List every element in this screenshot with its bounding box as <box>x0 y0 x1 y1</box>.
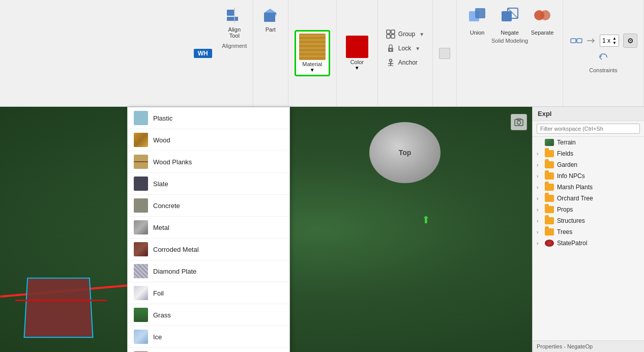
diamond-plate-name: Diamond Plate <box>153 268 196 275</box>
svg-rect-23 <box>577 39 582 43</box>
color-section: Color ▼ <box>337 0 378 106</box>
explorer-item-garden[interactable]: › Garden <box>533 159 644 170</box>
explorer-item-orchard-tree[interactable]: › Orchard Tree <box>533 193 644 204</box>
constraints-section: 1 x ▲ ▼ ⚙ Constraints <box>563 0 644 106</box>
material-button[interactable]: Material ▼ <box>295 30 330 76</box>
anchor-button[interactable]: Anchor <box>384 57 426 68</box>
material-item-concrete[interactable]: Concrete <box>128 195 289 217</box>
part-label: Part <box>266 26 276 33</box>
toolbar-right: WH <box>190 0 216 106</box>
svg-rect-22 <box>571 39 576 43</box>
material-item-grass[interactable]: Grass <box>128 304 289 326</box>
svg-marker-5 <box>275 13 276 17</box>
trees-label: Trees <box>557 228 572 236</box>
part-button[interactable]: Part <box>257 3 284 35</box>
multiplier-up[interactable]: ▲ <box>612 36 617 41</box>
lock-icon <box>386 44 395 53</box>
explorer-filter-input[interactable] <box>537 124 640 134</box>
union-button[interactable]: Union <box>465 3 489 36</box>
wh-badge: WH <box>194 49 212 58</box>
fields-arrow: › <box>537 151 542 157</box>
lock-arrow: ▼ <box>415 46 420 51</box>
negate-icon <box>497 3 522 27</box>
material-item-corroded-metal[interactable]: Corroded Metal <box>128 239 289 260</box>
metal-name: Metal <box>153 224 169 231</box>
separate-button[interactable]: Separate <box>530 3 554 36</box>
svg-rect-16 <box>475 8 485 18</box>
union-svg <box>466 4 488 26</box>
constraint-arrow-icon <box>586 36 596 46</box>
corroded-metal-swatch <box>134 242 148 256</box>
material-item-foil[interactable]: Foil <box>128 282 289 304</box>
alignment-label: Alignment <box>222 43 247 49</box>
svg-rect-0 <box>227 10 234 16</box>
explorer-items-list: Terrain › Fields › Garden › Info NPCs › <box>533 137 644 340</box>
explorer-item-marsh-plants[interactable]: › Marsh Plants <box>533 182 644 193</box>
explorer-item-statepatrol[interactable]: › StatePatrol <box>533 238 644 249</box>
material-section: Material ▼ <box>288 0 337 106</box>
material-arrow: ▼ <box>310 67 315 73</box>
explorer-item-info-npcs[interactable]: › Info NPCs <box>533 170 644 182</box>
fields-label: Fields <box>557 150 573 157</box>
props-folder-icon <box>545 206 554 213</box>
material-item-plastic[interactable]: Plastic <box>128 107 289 129</box>
material-item-diamond-plate[interactable]: Diamond Plate <box>128 260 289 282</box>
cylinder-label: Top <box>399 149 412 157</box>
foil-name: Foil <box>153 289 164 297</box>
group-button[interactable]: Group ▼ <box>384 28 426 40</box>
separate-svg <box>531 4 553 26</box>
material-item-wood[interactable]: Wood <box>128 129 289 151</box>
svg-point-26 <box>517 121 521 125</box>
explorer-item-terrain[interactable]: Terrain <box>533 137 644 148</box>
corroded-metal-name: Corroded Metal <box>153 246 199 253</box>
sm-icon-area <box>433 0 457 106</box>
material-item-wood-planks[interactable]: Wood Planks <box>128 151 289 173</box>
metal-swatch <box>134 220 148 234</box>
multiplier-down[interactable]: ▼ <box>612 41 617 45</box>
wood-planks-name: Wood Planks <box>153 158 192 166</box>
brown-part[interactable] <box>23 278 93 338</box>
concrete-name: Concrete <box>153 202 180 210</box>
material-item-metal[interactable]: Metal <box>128 217 289 239</box>
explorer-item-props[interactable]: › Props <box>533 204 644 215</box>
material-dropdown: Plastic Wood Wood Planks Slate Concrete … <box>127 107 290 352</box>
anchor-icon <box>386 58 395 67</box>
material-item-slate[interactable]: Slate <box>128 173 289 195</box>
terrain-label: Terrain <box>557 139 576 146</box>
color-arrow: ▼ <box>355 65 360 71</box>
diamond-plate-swatch <box>134 264 148 278</box>
toolbar: WH AlignTool Alignment <box>0 0 644 107</box>
marsh-plants-label: Marsh Plants <box>557 184 593 191</box>
align-tool-button[interactable]: AlignTool <box>221 3 248 41</box>
negate-button[interactable]: Negate <box>497 3 522 36</box>
svg-rect-7 <box>391 30 395 34</box>
explorer-item-fields[interactable]: › Fields <box>533 148 644 159</box>
gray-cylinder[interactable]: Top <box>369 122 441 183</box>
explorer-item-trees[interactable]: › Trees <box>533 226 644 238</box>
color-button[interactable]: Color ▼ <box>343 34 371 73</box>
foil-swatch <box>134 286 148 300</box>
lock-button[interactable]: Lock ▼ <box>384 43 426 54</box>
multiplier-input[interactable]: 1 x ▲ ▼ <box>600 35 619 47</box>
material-item-brick[interactable]: Brick <box>128 348 289 352</box>
gear-button[interactable]: ⚙ <box>623 34 637 48</box>
main-content: Top ⬆ Expl Terrain <box>0 107 644 352</box>
statepatrol-label: StatePatrol <box>557 240 587 247</box>
svg-rect-3 <box>264 13 275 22</box>
negate-svg <box>499 4 521 26</box>
concrete-swatch <box>134 198 148 213</box>
solid-modeling-label: Solid Modeling <box>491 38 528 44</box>
align-svg <box>225 6 244 25</box>
separate-icon <box>530 3 554 27</box>
svg-rect-9 <box>391 35 395 38</box>
explorer-bottom-label: Properties - NegateOp <box>533 340 644 352</box>
material-item-ice[interactable]: Ice <box>128 326 289 348</box>
orchard-tree-arrow: › <box>537 196 542 201</box>
align-tool-label: AlignTool <box>228 26 241 39</box>
explorer-item-structures[interactable]: › Structures <box>533 215 644 226</box>
plastic-swatch <box>134 111 148 125</box>
alignment-section: AlignTool Alignment <box>216 0 253 106</box>
garden-label: Garden <box>557 161 577 168</box>
screenshot-button[interactable] <box>511 114 527 130</box>
sm-extra-icon[interactable] <box>439 48 450 59</box>
